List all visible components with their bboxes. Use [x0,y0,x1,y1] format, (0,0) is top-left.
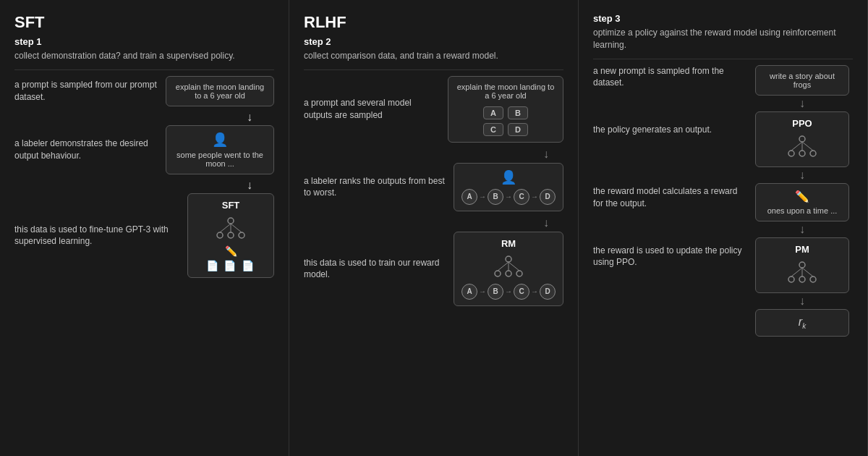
s3-arrow-3: ↓ [799,223,805,236]
docs-icon: 📄 📄 📄 [206,260,256,271]
rlhf-step2-desc: collect comparison data, and train a rew… [304,50,563,62]
step3-prompt-text: write a story about frogs [763,72,841,89]
sft-content: a prompt is sampled from our prompt data… [14,76,274,443]
step3-box-col: write a story about frogs ↓ PPO ↓ [752,65,853,443]
svg-line-13 [509,262,519,271]
pm-label: PM [795,244,809,255]
svg-point-0 [228,218,234,224]
svg-line-27 [802,268,813,276]
pm-network-icon [784,258,820,287]
sft-model-box: SFT ✏️ 📄 📄 📄 [187,193,274,278]
sft-divider [14,69,274,70]
rlhf-divider [304,69,563,70]
rlhf-text-2: a labeler ranks the outputs from best to… [304,175,446,200]
person-icon-2: 👤 [501,169,516,185]
down-arrow-icon-1: ↓ [247,111,252,124]
step3-divider [593,59,853,59]
sft-step-desc: collect demonstration data? and train a … [14,50,274,62]
sft-arrow-2: ↓ [14,179,274,192]
person-icon: 👤 [212,132,228,148]
down-arrow-icon-4: ↓ [543,216,549,229]
rank-b: B [488,189,503,205]
sft-text-2: a labeler demonstrates the desired outpu… [14,138,158,162]
rlhf-rm-box: RM A → B → C → D [454,232,563,306]
sft-row-1: a prompt is sampled from our prompt data… [14,76,274,106]
pencil-icon-2: ✏️ [795,190,809,203]
rm-b: B [488,284,503,300]
sft-row-2: a labeler demonstrates the desired outpu… [14,125,274,174]
reward-subscript: k [802,322,806,330]
ppo-label: PPO [792,118,812,129]
svg-point-21 [799,262,805,268]
rank-arrow-3: → [531,193,538,200]
svg-line-25 [791,268,802,276]
step3-section: step 3 optimize a policy against the rew… [579,0,868,456]
ppo-network-icon [784,132,820,161]
step3-output-box: ✏️ ones upon a time ... [755,183,849,221]
rank-d: D [540,189,556,205]
rm-c: C [514,284,529,300]
rlhf-arrow-1: ↓ [304,148,563,161]
rank-arrow-1: → [479,193,486,200]
svg-point-2 [228,232,234,238]
svg-point-8 [495,271,501,276]
down-arrow-icon-3: ↓ [543,148,549,161]
svg-point-22 [788,276,794,282]
step3-desc: optimize a policy against the reward mod… [593,27,853,51]
sft-model-label: SFT [222,200,240,211]
svg-point-16 [799,151,805,156]
sft-text-1: a prompt is sampled from our prompt data… [14,79,158,104]
step3-text-col: a new prompt is sampled from the dataset… [593,65,746,443]
svg-point-9 [506,271,511,276]
sft-section: SFT step 1 collect demonstration data? a… [0,0,289,456]
sft-text-3: this data is used to fine-tune GPT-3 wit… [14,224,180,248]
sft-labeler-text: some people went to the moon ... [174,151,266,168]
sft-step-label: step 1 [14,36,274,47]
option-c-btn: C [483,123,503,136]
rlhf-prompt-text: explain the moon landing to a 6 year old [456,83,556,100]
svg-line-11 [498,262,509,271]
rm-label: RM [501,238,516,249]
sft-network-icon [213,214,249,242]
step3-content: a new prompt is sampled from the dataset… [593,65,853,443]
step3-ppo-box: PPO [755,111,849,167]
rlhf-content: a prompt and several model outputs are s… [304,76,563,443]
option-a-btn: A [483,106,503,119]
rlhf-title: RLHF [304,13,563,32]
step3-label: step 3 [593,13,853,24]
rlhf-text-1: a prompt and several model outputs are s… [304,97,441,122]
rlhf-arrow-2: ↓ [304,216,563,229]
svg-line-4 [220,224,231,232]
svg-point-14 [799,136,805,142]
rlhf-rank-box: 👤 A → B → C → D [454,163,563,211]
s3-arrow-4: ↓ [799,295,805,308]
rlhf-prompt-options-box: explain the moon landing to a 6 year old… [448,76,563,143]
svg-point-10 [516,271,522,276]
pencil-icon: ✏️ [225,245,237,257]
svg-point-24 [810,276,816,282]
rm-network-icon [490,252,527,281]
svg-point-17 [810,151,816,156]
rlhf-row-3: this data is used to train our reward mo… [304,232,563,306]
sft-title: SFT [14,13,274,32]
svg-line-20 [802,142,813,151]
step3-pm-box: PM [755,237,849,293]
svg-line-6 [231,224,242,232]
rlhf-options-bottom: C D [483,123,528,136]
svg-line-18 [791,142,802,151]
rank-c: C [514,189,529,205]
rlhf-text-3: this data is used to train our reward mo… [304,257,446,282]
svg-point-15 [788,151,794,156]
rlhf-rank-row: A → B → C → D [461,189,556,205]
sft-arrow-1: ↓ [14,111,274,124]
rank-arrow-2: → [505,193,512,200]
option-b-btn: B [508,106,528,119]
step3-text-4: the reward is used to update the policy … [593,245,746,269]
option-d-btn: D [508,123,528,136]
step3-text-3: the reward model calculates a reward for… [593,185,746,210]
sft-row-3: this data is used to fine-tune GPT-3 wit… [14,193,274,278]
s3-arrow-1: ↓ [799,97,805,110]
rlhf-row-2: a labeler ranks the outputs from best to… [304,163,563,211]
rm-d: D [540,284,556,300]
rank-a: A [461,189,477,205]
